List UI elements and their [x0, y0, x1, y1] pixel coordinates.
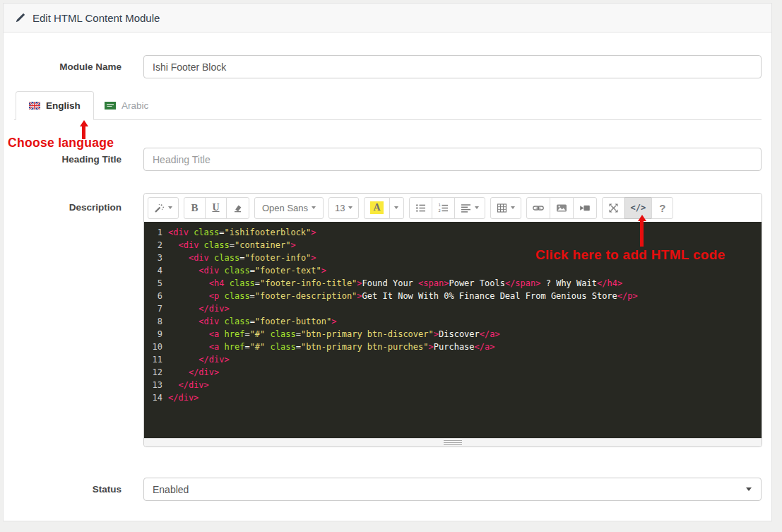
line-number: 14 [144, 391, 168, 404]
line-number: 4 [144, 264, 168, 277]
text-color-caret-button[interactable] [389, 197, 404, 219]
font-family-select[interactable]: Open Sans [254, 197, 324, 219]
line-number: 6 [144, 290, 168, 302]
svg-text:1: 1 [438, 203, 440, 207]
status-select-wrap: Enabled [143, 478, 762, 501]
tab-english[interactable]: English [16, 91, 94, 120]
font-family-value: Open Sans [262, 203, 308, 213]
align-left-icon [461, 203, 471, 213]
font-size-select[interactable]: 13 [328, 197, 359, 219]
ordered-list-icon: 1 2 [438, 203, 449, 213]
unordered-list-icon [415, 203, 426, 213]
drag-handle-icon [444, 440, 462, 445]
code-line: 14</div> [144, 391, 762, 404]
font-size-group: 13 [328, 197, 359, 219]
font-style-group: B U [184, 197, 249, 219]
module-name-input[interactable] [143, 55, 762, 78]
code-line: 6 <p class="footer-description">Get It N… [144, 290, 762, 302]
panel-body: Module Name English [4, 32, 771, 493]
line-number: 10 [144, 341, 168, 353]
insert-group [526, 197, 597, 219]
bold-button[interactable]: B [184, 197, 206, 219]
magic-wand-icon [154, 203, 165, 213]
edit-module-panel: Edit HTML Content Module Module Name [3, 3, 772, 521]
font-color-icon: A [370, 201, 383, 214]
table-group [490, 197, 521, 219]
tab-arabic-label: Arabic [122, 100, 148, 111]
style-button[interactable] [148, 197, 179, 219]
chevron-down-icon [511, 206, 515, 209]
text-color-button[interactable]: A [364, 197, 389, 219]
code-line: 1<div class="ishifooterblock"> [144, 226, 762, 239]
line-number: 7 [144, 302, 168, 315]
chevron-down-icon [312, 206, 316, 209]
picture-button[interactable] [550, 197, 574, 219]
code-line: 13 </div> [144, 379, 762, 391]
line-number: 3 [144, 252, 168, 264]
video-button[interactable] [573, 197, 597, 219]
video-icon [579, 203, 591, 213]
paragraph-align-button[interactable] [454, 197, 485, 219]
tab-arabic[interactable]: Arabic [92, 91, 161, 120]
module-name-label: Module Name [4, 61, 122, 72]
ordered-list-button[interactable]: 1 2 [432, 197, 455, 219]
chevron-down-icon [168, 206, 172, 209]
code-line: 10 <a href="#" class="btn-primary btn-pu… [144, 341, 762, 353]
html-editor: B U Open Sans [143, 193, 762, 447]
heading-title-input[interactable] [143, 148, 762, 171]
chevron-down-icon [394, 206, 398, 209]
unordered-list-button[interactable] [409, 197, 432, 219]
choose-language-annotation: Choose language [8, 136, 114, 150]
click-code-arrow [637, 215, 646, 247]
help-button[interactable]: ? [651, 197, 673, 219]
style-group [148, 197, 179, 219]
editor-toolbar: B U Open Sans [144, 194, 762, 222]
code-line: 4 <div class="footer-text"> [144, 264, 762, 277]
pencil-icon [16, 13, 25, 23]
clear-format-button[interactable] [226, 197, 249, 219]
language-tabs: English Arabic [14, 90, 762, 120]
link-icon [533, 203, 544, 213]
click-code-annotation: Click here to add HTML code [535, 247, 725, 263]
svg-text:2: 2 [438, 208, 440, 213]
line-number: 5 [144, 277, 168, 290]
code-line: 11 </div> [144, 353, 762, 366]
panel-header: Edit HTML Content Module [4, 4, 771, 32]
page: { "page": { "title": "Edit HTML Content … [0, 0, 782, 532]
chevron-down-icon [348, 206, 353, 209]
code-line: 7 </div> [144, 302, 762, 315]
page-title: Edit HTML Content Module [32, 12, 160, 24]
saudi-flag-icon [105, 102, 116, 110]
font-size-value: 13 [335, 203, 345, 213]
status-select[interactable]: Enabled [143, 478, 762, 501]
line-number: 13 [144, 379, 168, 391]
picture-icon [556, 203, 567, 213]
description-label: Description [4, 202, 122, 213]
line-number: 1 [144, 226, 168, 239]
line-number: 2 [144, 239, 168, 252]
table-button[interactable] [490, 197, 521, 219]
link-button[interactable] [526, 197, 550, 219]
eraser-icon [232, 203, 243, 213]
fullscreen-button[interactable] [602, 197, 625, 219]
line-number: 12 [144, 366, 168, 379]
line-number: 11 [144, 353, 168, 366]
fullscreen-icon [608, 203, 619, 213]
line-number: 8 [144, 315, 168, 328]
tab-english-label: English [46, 100, 81, 111]
status-label: Status [4, 484, 122, 495]
code-line: 8 <div class="footer-button"> [144, 315, 762, 328]
heading-title-label: Heading Title [4, 154, 122, 165]
underline-button[interactable]: U [205, 197, 227, 219]
table-icon [497, 203, 507, 213]
uk-flag-icon [29, 102, 40, 110]
code-line: 9 <a href="#" class="btn-primary btn-dis… [144, 328, 762, 341]
code-line: 5 <h4 class="footer-info-title">Found Yo… [144, 277, 762, 290]
chevron-down-icon [475, 206, 479, 209]
editor-resize-handle[interactable] [144, 438, 762, 447]
text-color-group: A [364, 197, 403, 219]
code-line: 12 </div> [144, 366, 762, 379]
font-family-group: Open Sans [254, 197, 324, 219]
paragraph-group: 1 2 [409, 197, 485, 219]
line-number: 9 [144, 328, 168, 341]
